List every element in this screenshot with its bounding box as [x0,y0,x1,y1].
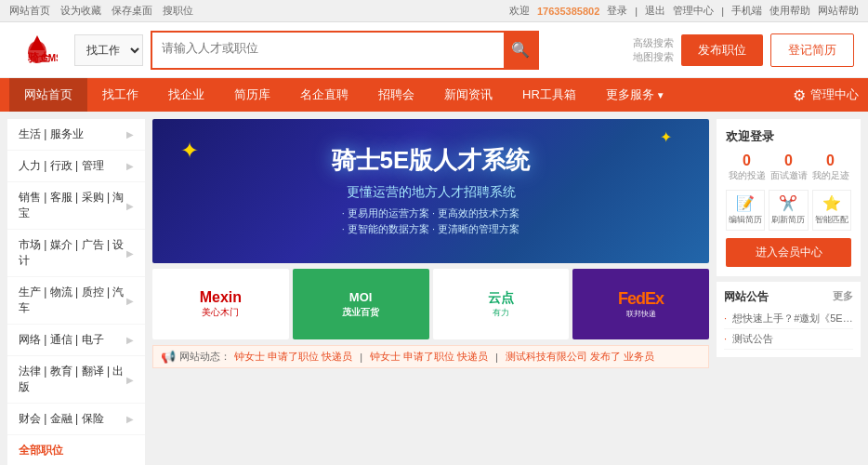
refresh-icon: ✂️ [779,194,797,212]
phone-number[interactable]: 17635385802 [537,6,599,17]
svg-marker-1 [30,35,45,50]
top-bar: 网站首页 设为收藏 保存桌面 搜职位 欢迎 17635385802 登录 | 退… [0,0,868,22]
stats-row: 0 我的投递 0 面试邀请 0 我的足迹 [726,153,851,182]
banner-title: 骑士5E版人才系统 [332,144,531,177]
nav-management-center[interactable]: ⚙ 管理中心 [793,86,859,104]
refresh-resume-label: 刷新简历 [771,214,805,226]
notice-item-1[interactable]: · 想快速上手？#邀划《5E版帮助手... [724,309,853,329]
manage-link[interactable]: 管理中心 [673,4,714,18]
quick-links: 📝 编辑简历 ✂️ 刷新简历 ⭐ 智能匹配 [726,190,851,231]
chevron-right-icon: ▶ [126,335,134,345]
notice-dot-icon: · [724,312,727,324]
nav-more[interactable]: 更多服务 ▼ [591,78,680,112]
nav-home[interactable]: 网站首页 [9,78,87,112]
search-category-select[interactable]: 找工作 [74,34,143,66]
refresh-resume-link[interactable]: ✂️ 刷新简历 [769,190,808,231]
welcome-title: 欢迎登录 [726,128,851,145]
sidebar-item-production[interactable]: 生产 | 物流 | 质控 | 汽车 ▶ [7,277,145,325]
chevron-right-icon: ▶ [126,414,134,424]
topbar-desktop-link[interactable]: 保存桌面 [112,5,152,16]
topbar-home-link[interactable]: 网站首页 [9,5,50,16]
logo[interactable]: 骑士 GMS [14,32,60,69]
star-small-icon: ✦ [660,128,672,146]
edit-icon: 📝 [736,194,755,212]
topbar-favorite-link[interactable]: 设为收藏 [60,5,101,16]
smart-match-link[interactable]: ⭐ 智能匹配 [812,190,851,231]
notice-dot-icon-2: · [724,333,727,344]
search-area: 找工作 🔍 [74,31,539,70]
notice-title: 网站公告 更多 [724,289,853,305]
activity-label: 网站动态： [179,350,230,364]
sidebar-item-life[interactable]: 生活 | 服务业 ▶ [7,119,145,151]
logo-icon: 骑士 GMS [14,32,60,69]
svg-text:GMS: GMS [41,53,58,63]
nav-find-company[interactable]: 找企业 [153,78,219,112]
sidebar-item-hr[interactable]: 人力 | 行政 | 管理 ▶ [7,151,145,182]
main-content: 生活 | 服务业 ▶ 人力 | 行政 | 管理 ▶ 销售 | 客服 | 采购 |… [0,112,868,465]
header-right-links: 高级搜索 地图搜索 [633,36,674,64]
notice-box: 网站公告 更多 · 想快速上手？#邀划《5E版帮助手... · 测试公告 [717,282,861,357]
mobile-link[interactable]: 手机端 [731,4,762,18]
nav-find-job[interactable]: 找工作 [87,78,153,112]
activity-item-3[interactable]: 测试科技有限公司 发布了 业务员 [506,350,654,364]
stat-interviews: 0 面试邀请 [770,153,808,182]
search-button[interactable]: 🔍 [504,33,537,68]
register-resume-button[interactable]: 登记简历 [770,33,854,67]
activity-item-2[interactable]: 钟女士 申请了职位 快递员 [370,350,488,364]
site-link[interactable]: 网站帮助 [818,4,859,18]
main-banner[interactable]: ✦ ✦ 骑士5E版人才系统 更懂运营的地方人才招聘系统 · 更易用的运营方案 ·… [152,119,709,263]
header: 骑士 GMS 找工作 🔍 高级搜索 地图搜索 发布职位 登记简历 [0,22,868,78]
chevron-right-icon: ▶ [126,248,134,259]
notice-more-link[interactable]: 更多 [833,289,853,305]
edit-resume-label: 编辑简历 [729,214,762,226]
top-bar-left: 网站首页 设为收藏 保存桌面 搜职位 [9,4,201,18]
stat-applications: 0 我的投递 [729,153,766,182]
sidebar-item-law[interactable]: 法律 | 教育 | 翻译 | 出版 ▶ [7,356,145,404]
banner-subtitle: 更懂运营的地方人才招聘系统 [332,184,531,201]
logout-link[interactable]: 退出 [645,4,665,18]
star-match-icon: ⭐ [822,194,841,212]
activity-bar: 📢 网站动态： 钟女士 申请了职位 快递员 | 钟女士 申请了职位 快递员 | … [152,345,709,368]
activity-item-1[interactable]: 钟女士 申请了职位 快递员 [234,350,352,364]
map-search-link[interactable]: 地图搜索 [633,50,674,64]
welcome-text: 欢迎 [509,4,530,18]
advanced-search-link[interactable]: 高级搜索 [633,36,674,50]
nav-hr-tools[interactable]: HR工具箱 [507,78,591,112]
right-sidebar: 欢迎登录 0 我的投递 0 面试邀请 0 我的足迹 📝 [717,119,861,465]
sidebar-item-sales[interactable]: 销售 | 客服 | 采购 | 淘宝 ▶ [7,182,145,230]
enter-member-center-button[interactable]: 进入会员中心 [726,238,851,267]
nav-news[interactable]: 新闻资讯 [429,78,507,112]
help-link[interactable]: 使用帮助 [769,4,810,18]
partner-moi[interactable]: MOI茂业百货 [293,269,429,339]
chevron-right-icon: ▶ [126,201,134,211]
notice-item-2[interactable]: · 测试公告 [724,329,853,350]
chevron-right-icon: ▶ [126,296,134,306]
login-link[interactable]: 登录 [607,4,627,18]
partner-mexin[interactable]: Mexin 美心木门 [152,269,289,339]
chevron-right-icon: ▶ [126,375,134,385]
edit-resume-link[interactable]: 📝 编辑简历 [726,190,765,231]
mexin-chinese-name: 美心木门 [202,306,239,319]
activity-icon: 📢 [161,350,176,364]
partner-fedex[interactable]: FedEx 联邦快递 [572,269,709,339]
partner-yunjian[interactable]: 云点 有力 [433,269,570,339]
sidebar-item-all[interactable]: 全部职位 [7,435,145,465]
nav-resume[interactable]: 简历库 [219,78,285,112]
sidebar-item-finance[interactable]: 财会 | 金融 | 保险 ▶ [7,404,145,435]
sidebar-item-market[interactable]: 市场 | 媒介 | 广告 | 设计 ▶ [7,230,145,277]
quick-link-row-1: 📝 编辑简历 ✂️ 刷新简历 ⭐ 智能匹配 [726,190,851,231]
nav-job-fair[interactable]: 招聘会 [363,78,429,112]
topbar-search-link[interactable]: 搜职位 [163,5,193,16]
star-icon: ✦ [180,138,199,164]
nav-direct-hire[interactable]: 名企直聘 [285,78,363,112]
search-input-wrap: 🔍 [151,31,539,70]
left-sidebar: 生活 | 服务业 ▶ 人力 | 行政 | 管理 ▶ 销售 | 客服 | 采购 |… [7,119,145,465]
header-right: 高级搜索 地图搜索 发布职位 登记简历 [633,33,854,67]
center-area: ✦ ✦ 骑士5E版人才系统 更懂运营的地方人才招聘系统 · 更易用的运营方案 ·… [152,119,709,465]
fedex-brand: FedEx [618,289,664,309]
post-job-button[interactable]: 发布职位 [681,34,763,66]
smart-match-label: 智能匹配 [815,214,848,226]
sidebar-item-network[interactable]: 网络 | 通信 | 电子 ▶ [7,325,145,356]
fedex-sub: 联邦快递 [618,309,664,319]
search-input[interactable] [152,33,504,64]
